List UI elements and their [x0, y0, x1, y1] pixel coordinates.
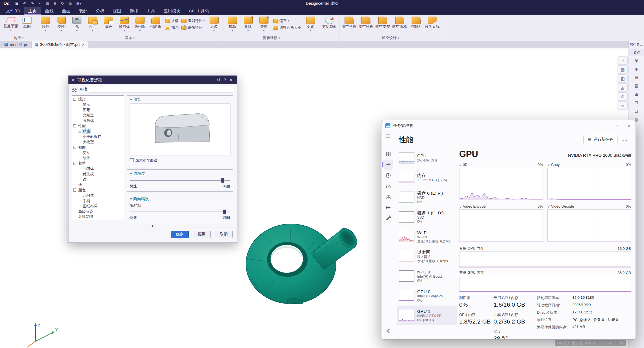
- tm-nav-details[interactable]: [383, 202, 393, 212]
- tree-item-18[interactable]: 几何体: [72, 193, 124, 198]
- surface-precision-slider[interactable]: [130, 209, 230, 215]
- tree-item-20[interactable]: 图纸布局: [72, 203, 124, 209]
- tm-metric-2[interactable]: 磁盘 0 (E: F:)HDD0%: [397, 187, 457, 207]
- menu-tab-5[interactable]: 分析: [92, 7, 108, 15]
- triangle-icon[interactable]: ◭: [618, 83, 628, 92]
- save-icon[interactable]: ▣: [13, 0, 21, 7]
- grid-icon[interactable]: ▦: [618, 65, 628, 74]
- ribbon-button-blend-1-6[interactable]: 边倒圆▾: [132, 15, 148, 32]
- close-icon[interactable]: ×: [228, 77, 234, 82]
- ok-button[interactable]: 确定: [171, 231, 189, 238]
- expander-icon[interactable]: −: [73, 146, 76, 149]
- expander-icon[interactable]: +: [78, 130, 81, 133]
- copy-icon[interactable]: ⊡: [44, 0, 51, 7]
- cancel-button[interactable]: 取消: [215, 231, 233, 238]
- tm-nav-startup[interactable]: [383, 181, 393, 191]
- tm-settings-button[interactable]: [383, 326, 393, 336]
- diamond-icon[interactable]: ◈: [629, 65, 644, 73]
- ribbon-button-shell-1-10[interactable]: 抽壳: [164, 24, 180, 31]
- ribbon-button-unite-1-3[interactable]: 合并▾: [85, 15, 100, 32]
- ribbon-button-more-2-5[interactable]: 更多▾: [303, 15, 318, 32]
- search-input[interactable]: [89, 86, 233, 93]
- tm-metric-1[interactable]: 内存11.0/63.5 GB (17%): [397, 168, 457, 187]
- tree-item-4[interactable]: 收敛体: [72, 118, 124, 123]
- expander-icon[interactable]: −: [73, 98, 76, 101]
- tree-item-13[interactable]: 几何体: [72, 166, 124, 171]
- ribbon-button-replace-2-2[interactable]: 替换▾: [256, 15, 272, 32]
- run-new-task-button[interactable]: ⊞ 运行新任务: [583, 135, 618, 144]
- tm-metric-4[interactable]: Wi-FiWLAN发送: 0.1 接收: 6.2 Mb: [397, 227, 457, 246]
- tm-metric-0[interactable]: CPU2% 4.67 GHz: [397, 148, 457, 168]
- ribbon-button-more-1-12[interactable]: 更多▾: [206, 15, 222, 32]
- repeat-command-icon[interactable]: ↻: [59, 0, 66, 7]
- ribbon-button-aero2-4-5[interactable]: 设为直线: [424, 15, 441, 29]
- edge-precision-slider[interactable]: [130, 178, 230, 183]
- menu-tab-4[interactable]: 装配: [75, 7, 92, 15]
- target-icon[interactable]: ◉: [629, 56, 644, 65]
- show-facet-edges-checkbox[interactable]: [130, 158, 134, 162]
- ribbon-button-mirror-1-11[interactable]: 镜像特征: [180, 24, 206, 31]
- ribbon-button-aero-4-0[interactable]: 航空弯边: [341, 15, 357, 29]
- menu-tab-10[interactable]: GC 工具包: [185, 7, 213, 15]
- tm-metric-8[interactable]: GPU 1NVIDIA RTX PR...0% (38 °C): [397, 306, 457, 325]
- tm-nav-users[interactable]: [383, 192, 393, 202]
- tree-item-8[interactable]: 大模型: [72, 139, 124, 145]
- tree-item-2[interactable]: 图形: [72, 107, 124, 113]
- ribbon-button-move-2-0[interactable]: 移动▾: [225, 15, 240, 32]
- tree-item-3[interactable]: 光顺边: [72, 113, 124, 118]
- redo-icon[interactable]: ↷: [28, 0, 36, 7]
- ribbon-button-aero-4-2[interactable]: 航空支架: [375, 15, 391, 29]
- menu-icon[interactable]: [385, 133, 391, 140]
- tm-nav-processes[interactable]: [383, 149, 393, 159]
- document-tab-1[interactable]: 300ZGB蜗壳 - 副本.prt×: [32, 41, 88, 48]
- expander-icon[interactable]: −: [73, 124, 76, 127]
- minus-box-icon[interactable]: ⊟: [629, 98, 644, 107]
- plus-box-icon[interactable]: ⊞: [629, 90, 644, 98]
- name-column-header[interactable]: 名称: [629, 49, 644, 56]
- ribbon-button-trim-1-5[interactable]: 修剪体▾: [117, 15, 132, 32]
- tm-close-button[interactable]: ×: [623, 120, 636, 131]
- no-entry-icon[interactable]: ⊘: [618, 92, 628, 101]
- tm-nav-services[interactable]: [383, 213, 393, 223]
- collapse-arrow[interactable]: [68, 224, 237, 227]
- dialog-titlebar[interactable]: 可视化首选项 ↺?×: [68, 76, 237, 84]
- tm-metric-5[interactable]: 以太网以太网 2发送: 0 接收: 0 Kbps: [397, 246, 457, 266]
- paste-icon[interactable]: ⊟: [51, 0, 59, 7]
- ribbon-button-pattern-1-9[interactable]: 阵列特征▾: [180, 18, 206, 24]
- tm-titlebar[interactable]: 任务管理器 —□×: [381, 120, 636, 131]
- ribbon-button-aero-4-1[interactable]: 航空筋板: [358, 15, 374, 29]
- ribbon-button-plane-0-0[interactable]: 基准平面▾: [3, 15, 19, 32]
- undo-icon[interactable]: ↶: [21, 0, 28, 7]
- 3d-model-volute[interactable]: [245, 217, 366, 305]
- tree-item-5[interactable]: −性能: [72, 123, 124, 129]
- tree-item-1[interactable]: 显示: [72, 102, 124, 107]
- ribbon-button-delete-2-1[interactable]: 删除▾: [241, 15, 256, 32]
- tree-item-10[interactable]: 交互: [72, 150, 124, 155]
- mic-icon[interactable]: ◍: [66, 0, 74, 7]
- ribbon-button-resize-2-4[interactable]: 调整圆角大小: [272, 24, 303, 31]
- ribbon-button-subtract-1-4[interactable]: 减去: [101, 15, 116, 29]
- ribbon-button-section-3-0[interactable]: 剪切截面: [321, 15, 338, 29]
- tree-item-11[interactable]: 装饰: [72, 155, 124, 161]
- slider-handle[interactable]: [223, 210, 226, 214]
- ribbon-button-hole-1-2[interactable]: 孔▾: [69, 15, 85, 32]
- rows-icon[interactable]: ▤: [629, 73, 644, 82]
- ribbon-button-aero-4-3[interactable]: 航空阶梯: [392, 15, 408, 29]
- ribbon-button-aero-4-4[interactable]: 控制面: [408, 15, 424, 29]
- ribbon-button-sketch-0-1[interactable]: 草图: [19, 15, 35, 29]
- tree-item-22[interactable]: 外观管理: [72, 214, 124, 219]
- half-shade-icon[interactable]: ◧: [618, 74, 628, 83]
- expander-icon[interactable]: −: [73, 188, 76, 192]
- menu-tab-1[interactable]: 主页: [24, 7, 41, 15]
- apply-button[interactable]: 应用: [193, 231, 211, 238]
- parallelogram-icon[interactable]: ▱: [618, 101, 628, 110]
- document-tab-0[interactable]: model1.prt: [1, 41, 32, 48]
- menu-tab-3[interactable]: 曲面: [58, 7, 75, 15]
- tree-item-16[interactable]: 线: [72, 182, 124, 187]
- close-tab-icon[interactable]: ×: [81, 42, 85, 47]
- tree-item-7[interactable]: 小平面缓存: [72, 134, 124, 139]
- ribbon-button-draft-1-8[interactable]: 拔模: [164, 18, 180, 24]
- tm-nav-app-history[interactable]: [383, 170, 393, 180]
- hatch-icon[interactable]: ▧: [629, 82, 644, 90]
- ribbon-button-chamfer-1-7[interactable]: 倒斜角: [148, 15, 163, 29]
